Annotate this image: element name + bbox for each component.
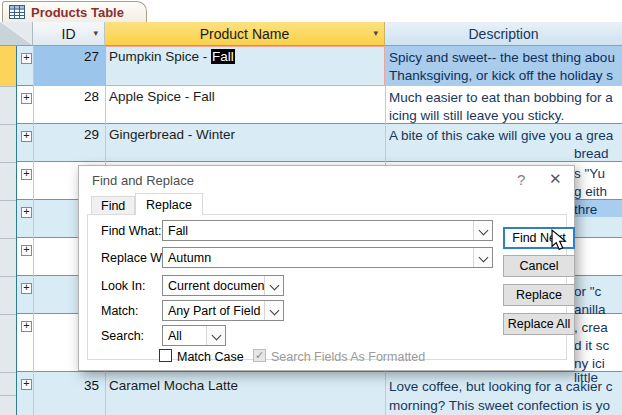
row29-product-name[interactable]: Gingerbread - Winter (109, 127, 235, 142)
row35-id[interactable]: 35 (33, 378, 99, 393)
dropdown-arrow-icon[interactable] (264, 301, 283, 320)
select-all-corner[interactable] (0, 22, 33, 46)
search-combo[interactable]: All (162, 325, 226, 346)
match-case-label: Match Case (177, 350, 244, 364)
row28-product-name[interactable]: Apple Spice - Fall (109, 89, 215, 104)
dropdown-arrow-icon[interactable] (473, 221, 492, 240)
row27-id[interactable]: 27 (33, 49, 99, 64)
dialog-title: Find and Replace (92, 173, 194, 188)
desc-fragment: bread (574, 146, 609, 161)
column-header-product-name-label: Product Name (200, 26, 289, 42)
row28-desc-line2[interactable]: icing will still leave you sticky. (389, 108, 622, 123)
desc-fragment: anilla (574, 302, 606, 317)
column-header-id[interactable]: ID ▾ (33, 22, 105, 46)
column-header-description-label: Description (468, 26, 538, 42)
expand-row-icon[interactable] (21, 93, 32, 104)
document-tab-bar: Products Table (0, 0, 622, 22)
desc-fragment: g eith (574, 184, 607, 199)
column-header-id-label: ID (62, 26, 76, 42)
desc-fragment: , crea (574, 320, 608, 335)
find-what-combo[interactable]: Fall (162, 220, 493, 241)
search-fields-as-formatted-label: Search Fields As Formatted (271, 350, 425, 364)
record-selector-strip[interactable] (0, 46, 17, 415)
tab-replace[interactable]: Replace (135, 193, 203, 215)
access-datasheet-window: Products Table ID ▾ Product Name ▾ (0, 0, 622, 415)
expand-row-icon[interactable] (21, 131, 32, 142)
row28-id[interactable]: 28 (33, 89, 99, 104)
search-fields-as-formatted-checkbox[interactable]: ✓ (253, 349, 266, 362)
column-header-product-name[interactable]: Product Name ▾ (105, 22, 385, 46)
desc-fragment: thre (574, 202, 597, 217)
expand-row-icon[interactable] (21, 207, 32, 218)
match-label: Match: (101, 304, 139, 318)
desc-fragment: s "Yu (574, 166, 605, 181)
find-replace-dialog: Find and Replace ? ✕ Find Replace Find W… (78, 165, 575, 371)
expand-row-icon[interactable] (21, 245, 32, 256)
row29-desc-line1[interactable]: A bite of this cake will give you a grea (389, 128, 622, 143)
mouse-cursor-icon (549, 229, 569, 251)
id-filter-arrow-icon[interactable]: ▾ (93, 28, 98, 38)
expand-row-icon[interactable] (21, 283, 32, 294)
close-icon[interactable]: ✕ (549, 170, 562, 188)
expand-row-icon[interactable] (21, 169, 32, 180)
tab-find[interactable]: Find (91, 196, 135, 215)
product-name-filter-arrow-icon[interactable]: ▾ (373, 28, 378, 38)
look-in-label: Look In: (101, 279, 145, 293)
desc-fragment: ny ici (574, 356, 605, 371)
dropdown-arrow-icon[interactable] (264, 276, 283, 295)
replace-button[interactable]: Replace (503, 284, 575, 306)
expand-row-icon[interactable] (21, 321, 32, 332)
tab-label: Products Table (31, 5, 124, 20)
row35-product-name[interactable]: Caramel Mocha Latte (109, 378, 238, 393)
selected-text: Fall (211, 49, 235, 64)
row35-desc-line2[interactable]: morning? This sweet confection is yo (389, 398, 622, 413)
look-in-combo[interactable]: Current document (162, 275, 284, 296)
desc-fragment: d it sc (574, 338, 609, 353)
current-record-selector[interactable] (0, 46, 16, 87)
match-combo[interactable]: Any Part of Field (162, 300, 284, 321)
replace-all-button[interactable]: Replace All (503, 313, 575, 335)
expand-row-icon[interactable] (21, 379, 32, 390)
row27-product-name[interactable]: Pumpkin Spice - Fall (109, 49, 235, 64)
help-icon[interactable]: ? (517, 171, 525, 188)
dropdown-arrow-icon[interactable] (206, 326, 225, 345)
row29-id[interactable]: 29 (33, 127, 99, 142)
desc-fragment: little (574, 370, 598, 385)
row28-desc-line1[interactable]: Much easier to eat than bobbing for a (389, 90, 622, 105)
dropdown-arrow-icon[interactable] (473, 248, 492, 267)
desc-fragment: or "c (574, 284, 601, 299)
find-what-label: Find What: (101, 224, 161, 238)
search-label: Search: (101, 329, 144, 343)
column-header-description[interactable]: Description (385, 22, 622, 46)
table-icon (9, 5, 25, 19)
tab-products-table[interactable]: Products Table (2, 1, 147, 22)
expand-row-icon[interactable] (21, 53, 32, 64)
match-case-checkbox[interactable] (159, 349, 172, 362)
row27-desc-line1[interactable]: Spicy and sweet-- the best thing abou (389, 50, 622, 65)
replace-with-combo[interactable]: Autumn (162, 247, 493, 268)
cancel-button[interactable]: Cancel (503, 255, 575, 277)
row27-desc-line2[interactable]: Thanksgiving, or kick off the holiday s (389, 68, 622, 83)
